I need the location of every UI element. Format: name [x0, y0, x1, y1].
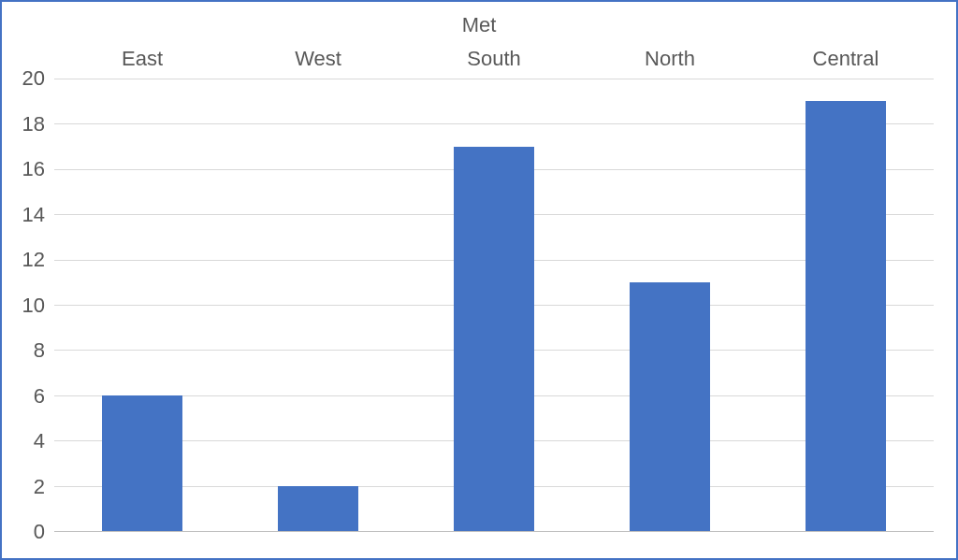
category-label: East	[54, 47, 230, 71]
y-tick-label: 10	[7, 294, 45, 318]
bar-north	[630, 282, 710, 531]
bars-group	[54, 79, 934, 531]
category-label: North	[582, 47, 758, 71]
plot-area	[54, 79, 934, 532]
y-tick-label: 20	[7, 66, 45, 91]
bar-slot	[758, 79, 934, 531]
bar-slot	[230, 79, 406, 531]
category-label: West	[230, 47, 406, 71]
bar-east	[102, 395, 182, 531]
y-tick-label: 8	[7, 338, 45, 363]
category-label: South	[406, 47, 582, 71]
plot-wrapper: 02468101214161820	[49, 79, 934, 532]
bar-slot	[406, 79, 582, 531]
bar-west	[278, 486, 358, 531]
y-tick-label: 16	[7, 157, 45, 181]
bar-slot	[54, 79, 230, 531]
bar-slot	[582, 79, 758, 531]
y-tick-label: 12	[7, 248, 45, 272]
y-tick-label: 4	[7, 429, 45, 453]
chart-container: Met East West South North Central 024681…	[0, 0, 958, 560]
y-tick-label: 14	[7, 203, 45, 227]
y-tick-label: 18	[7, 112, 45, 136]
bar-central	[806, 101, 886, 531]
category-axis-labels: East West South North Central	[54, 47, 934, 71]
y-tick-label: 2	[7, 475, 45, 499]
y-tick-label: 6	[7, 384, 45, 409]
chart-title: Met	[24, 13, 934, 37]
category-label: Central	[758, 47, 934, 71]
y-axis: 02468101214161820	[7, 79, 45, 532]
y-tick-label: 0	[7, 520, 45, 544]
bar-south	[454, 147, 534, 531]
